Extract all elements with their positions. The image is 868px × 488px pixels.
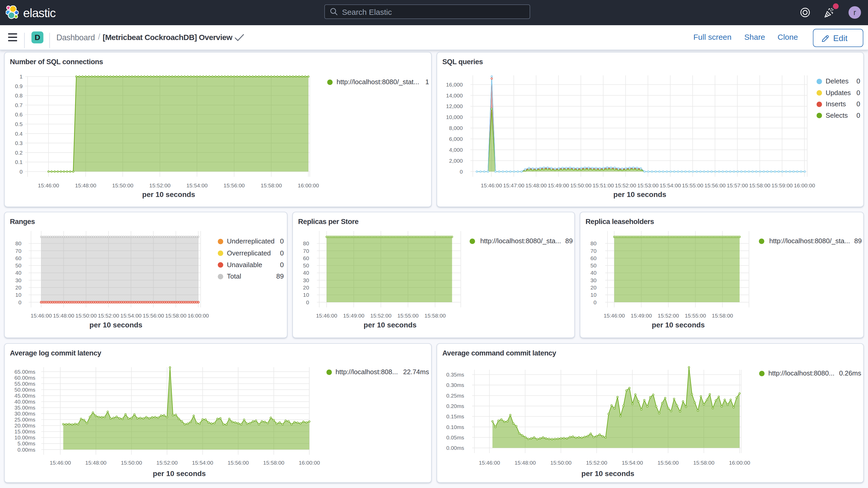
svg-text:1: 1: [20, 73, 23, 80]
svg-text:15:48:00: 15:48:00: [85, 460, 106, 466]
svg-text:15:59:00: 15:59:00: [772, 182, 793, 188]
svg-text:40: 40: [590, 270, 596, 276]
svg-text:0: 0: [594, 299, 597, 305]
svg-text:15:58:00: 15:58:00: [712, 313, 733, 318]
svg-text:10,000: 10,000: [446, 114, 463, 120]
svg-text:0.1: 0.1: [15, 159, 23, 165]
svg-text:15:50:00: 15:50:00: [570, 182, 591, 188]
svg-text:16,000: 16,000: [446, 82, 463, 88]
svg-text:10: 10: [303, 292, 309, 298]
svg-text:10.00ms: 10.00ms: [14, 434, 35, 440]
svg-text:15:46:00: 15:46:00: [604, 313, 625, 318]
svg-text:15:54:00: 15:54:00: [186, 182, 208, 188]
svg-text:15:55:00: 15:55:00: [682, 182, 703, 188]
svg-text:0: 0: [460, 169, 463, 175]
svg-text:35.00ms: 35.00ms: [14, 404, 35, 410]
svg-text:20: 20: [303, 284, 309, 291]
svg-text:15:46:00: 15:46:00: [50, 460, 71, 466]
svg-text:0.6: 0.6: [15, 112, 23, 118]
svg-text:15:50:00: 15:50:00: [112, 182, 133, 188]
svg-text:10: 10: [590, 292, 596, 298]
svg-text:15:50:00: 15:50:00: [75, 313, 97, 318]
svg-text:15:47:00: 15:47:00: [503, 182, 524, 188]
svg-text:50: 50: [303, 263, 309, 268]
svg-text:0.00ms: 0.00ms: [446, 445, 464, 451]
svg-text:0.15ms: 0.15ms: [446, 414, 464, 419]
svg-text:per 10 seconds: per 10 seconds: [89, 321, 143, 329]
svg-text:15:46:00: 15:46:00: [481, 182, 502, 188]
svg-text:15:54:00: 15:54:00: [192, 460, 213, 466]
svg-text:6,000: 6,000: [449, 136, 463, 142]
svg-text:50: 50: [590, 263, 596, 268]
svg-text:80: 80: [16, 240, 21, 246]
svg-text:15:54:00: 15:54:00: [659, 182, 681, 188]
svg-text:0: 0: [20, 169, 23, 175]
svg-text:20: 20: [590, 284, 596, 291]
svg-text:16:00:00: 16:00:00: [298, 182, 319, 188]
svg-text:40.00ms: 40.00ms: [14, 399, 35, 404]
svg-text:16:00:00: 16:00:00: [729, 460, 750, 466]
svg-text:15:58:00: 15:58:00: [165, 313, 187, 318]
svg-text:15:52:00: 15:52:00: [98, 313, 119, 318]
svg-text:15:52:00: 15:52:00: [658, 313, 679, 318]
svg-text:15:55:00: 15:55:00: [397, 313, 418, 318]
svg-text:per 10 seconds: per 10 seconds: [581, 469, 634, 478]
svg-text:15:56:00: 15:56:00: [704, 182, 725, 188]
svg-text:15:49:00: 15:49:00: [548, 182, 569, 188]
svg-text:0.7: 0.7: [15, 102, 23, 108]
svg-text:0.10ms: 0.10ms: [446, 424, 464, 430]
svg-text:0.00ms: 0.00ms: [18, 447, 35, 453]
svg-text:per 10 seconds: per 10 seconds: [364, 321, 416, 329]
svg-text:12,000: 12,000: [446, 103, 463, 109]
svg-text:15:52:00: 15:52:00: [586, 460, 607, 466]
svg-text:30: 30: [303, 277, 309, 283]
svg-text:30: 30: [590, 277, 596, 283]
svg-text:16:00:00: 16:00:00: [188, 313, 209, 318]
svg-text:45.00ms: 45.00ms: [14, 393, 35, 399]
svg-text:15:48:00: 15:48:00: [75, 182, 96, 188]
svg-text:60: 60: [303, 255, 309, 261]
svg-text:15:50:00: 15:50:00: [550, 460, 571, 466]
svg-text:40: 40: [16, 270, 21, 276]
svg-text:15:52:00: 15:52:00: [149, 182, 170, 188]
svg-text:0.3: 0.3: [15, 140, 23, 146]
svg-text:0.35ms: 0.35ms: [446, 372, 464, 377]
svg-text:0.2: 0.2: [15, 150, 23, 156]
svg-text:15:51:00: 15:51:00: [592, 182, 614, 188]
svg-text:15:46:00: 15:46:00: [38, 182, 59, 188]
svg-text:15:50:00: 15:50:00: [121, 460, 142, 466]
svg-text:0: 0: [306, 299, 309, 305]
svg-text:25.00ms: 25.00ms: [14, 417, 35, 423]
svg-text:65.00ms: 65.00ms: [14, 369, 35, 375]
svg-text:15:52:00: 15:52:00: [156, 460, 178, 466]
svg-text:60: 60: [590, 255, 596, 261]
svg-text:15:48:00: 15:48:00: [515, 460, 536, 466]
svg-text:15:57:00: 15:57:00: [726, 182, 748, 188]
svg-text:per 10 seconds: per 10 seconds: [613, 190, 666, 199]
svg-text:70: 70: [16, 248, 21, 254]
svg-text:per 10 seconds: per 10 seconds: [142, 190, 195, 199]
svg-text:14,000: 14,000: [446, 92, 463, 98]
svg-text:30.00ms: 30.00ms: [14, 410, 35, 417]
svg-text:4,000: 4,000: [449, 147, 463, 153]
svg-text:15:54:00: 15:54:00: [120, 313, 142, 318]
svg-text:15:56:00: 15:56:00: [657, 460, 679, 466]
svg-text:0.30ms: 0.30ms: [446, 382, 464, 388]
svg-text:15:58:00: 15:58:00: [749, 182, 771, 188]
svg-text:15:46:00: 15:46:00: [31, 313, 52, 318]
svg-text:80: 80: [303, 240, 309, 246]
svg-text:0.05ms: 0.05ms: [446, 434, 464, 440]
svg-text:15:56:00: 15:56:00: [143, 313, 164, 318]
svg-text:15:46:00: 15:46:00: [316, 313, 337, 318]
svg-text:50.00ms: 50.00ms: [14, 387, 35, 393]
svg-text:16:00:00: 16:00:00: [299, 460, 320, 466]
svg-text:15:48:00: 15:48:00: [525, 182, 547, 188]
svg-text:60.00ms: 60.00ms: [14, 375, 35, 381]
svg-text:15:46:00: 15:46:00: [479, 460, 500, 466]
svg-text:16:00:00: 16:00:00: [794, 182, 815, 188]
svg-text:0.20ms: 0.20ms: [446, 403, 464, 409]
svg-text:70: 70: [590, 248, 596, 254]
svg-text:10: 10: [16, 292, 21, 298]
svg-text:40: 40: [303, 270, 309, 276]
svg-text:5.00ms: 5.00ms: [18, 440, 35, 447]
